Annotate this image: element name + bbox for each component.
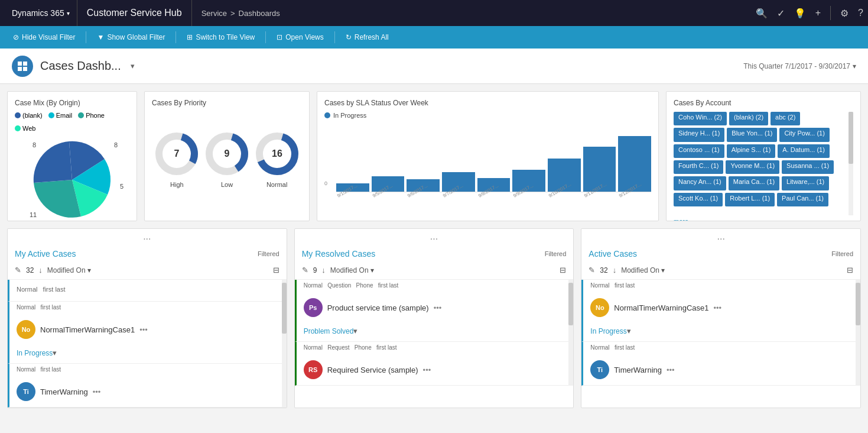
resolved-scrollbar[interactable] [568, 280, 573, 386]
tag-blue[interactable]: Blue Yon... (1) [727, 128, 777, 141]
list-item-2[interactable]: Normal first last Ti TimerWarning ••• [8, 364, 287, 408]
my-resolved-cases-toolbar: ✎ 9 ↓ Modified On ▾ ⊟ [295, 263, 574, 280]
svg-rect-1 [23, 62, 27, 66]
tag-abc[interactable]: abc (2) [771, 112, 800, 125]
active-menu-icon[interactable]: ⊟ [847, 266, 853, 274]
donut-normal: 16 Normal [253, 130, 301, 188]
help-icon[interactable]: ? [858, 8, 863, 18]
refresh-all-button[interactable]: ↻ Refresh All [340, 31, 395, 44]
account-scrollbar[interactable] [849, 112, 853, 215]
resolved-2-details: Required Service (sample) [327, 366, 418, 374]
tag-susanna[interactable]: Susanna ... (1) [782, 160, 834, 174]
resolved-1-more-icon[interactable]: ••• [434, 303, 442, 312]
active-2-more-icon[interactable]: ••• [667, 366, 675, 374]
tag-blank[interactable]: (blank) (2) [729, 112, 768, 125]
item-1-status-row: In Progress ▾ [17, 348, 57, 357]
my-active-menu-icon[interactable]: ⊟ [273, 266, 279, 274]
resolved-2-more-icon[interactable]: ••• [423, 366, 431, 374]
tag-maria[interactable]: Maria Ca... (1) [729, 176, 779, 190]
resolved-item-1[interactable]: Normal Question Phone first last Ps Prod… [295, 280, 574, 342]
active-scrollbar-thumb [856, 283, 860, 325]
pie-label-11: 11 [30, 211, 37, 218]
dynamics-brand[interactable]: Dynamics 365 ▾ [5, 0, 77, 26]
tag-sidney[interactable]: Sidney H... (1) [674, 128, 724, 141]
tag-contoso[interactable]: Contoso ... (1) [674, 144, 724, 158]
donut-low-label: Low [221, 181, 233, 188]
pencil-icon-3: ✎ [589, 266, 595, 274]
toolbar-separator-3 [265, 31, 266, 43]
list-scrollbar[interactable] [282, 280, 287, 408]
bottom-row: ... My Active Cases Filtered ✎ 32 ↓ Modi… [7, 228, 861, 408]
settings-icon[interactable]: ⚙ [840, 8, 849, 19]
brand-label: Dynamics 365 [12, 8, 64, 18]
my-resolved-sort-btn[interactable]: Modified On ▾ [330, 266, 374, 274]
tag-litware[interactable]: Litware,... (1) [782, 176, 829, 190]
case-mix-chart: Case Mix (By Origin) (blank) Email Phone… [7, 91, 137, 221]
resolved-item-2[interactable]: Normal Request Phone first last RS Requi… [295, 342, 574, 386]
my-resolved-cases-header: My Resolved Cases Filtered [295, 244, 574, 263]
donut-normal-svg: 16 [253, 130, 301, 177]
list-item-1[interactable]: Normal first last No NormalTimerWarningC… [8, 302, 287, 364]
tag-yvonne[interactable]: Yvonne M... (1) [726, 160, 779, 174]
resolved-1-meta: Normal Question Phone first last [304, 282, 399, 289]
cases-sla-title: Cases by SLA Status Over Week [324, 99, 651, 107]
cases-account-title: Cases By Account [674, 99, 853, 107]
date-range[interactable]: This Quarter 7/1/2017 - 9/30/2017 ▾ [743, 62, 856, 70]
tag-city[interactable]: City Pow... (1) [779, 128, 829, 141]
search-icon[interactable]: 🔍 [756, 8, 768, 19]
active-sort-btn[interactable]: Modified On ▾ [621, 266, 665, 274]
active-1-more-icon[interactable]: ••• [713, 303, 721, 312]
tag-paul[interactable]: Paul Can... (1) [777, 193, 828, 206]
brand-arrow: ▾ [67, 10, 70, 17]
legend-email-dot [48, 112, 54, 118]
legend-web-dot [15, 125, 21, 131]
item-1-more-icon[interactable]: ••• [139, 325, 148, 334]
sort-down-icon: ↓ [38, 266, 43, 274]
y-axis: 0 [324, 122, 336, 199]
x-axis-labels: 9/1/2017... 9/5/2017... 9/6/2017... 9/7/… [336, 192, 651, 199]
tag-robert[interactable]: Robert L... (1) [725, 193, 775, 206]
active-scrollbar[interactable] [856, 280, 860, 386]
active-item-1[interactable]: Normal first last No NormalTimerWarningC… [581, 280, 860, 342]
tag-nancy[interactable]: Nancy An... (1) [674, 176, 726, 190]
tag-scott[interactable]: Scott Ko... (1) [674, 193, 723, 206]
resolved-1-status: Problem Solved [304, 327, 354, 335]
switch-to-tile-button[interactable]: ⊞ Switch to Tile View [181, 31, 261, 44]
more-link[interactable]: more [674, 218, 853, 221]
active-count: 32 [600, 266, 607, 274]
sort-down-icon-3: ↓ [613, 266, 617, 274]
my-active-cases-more[interactable]: ... [8, 229, 287, 244]
tag-datum[interactable]: A. Datum... (1) [778, 144, 830, 158]
my-resolved-cases-items: Normal Question Phone first last Ps Prod… [295, 280, 574, 386]
donut-row: 7 High 9 Low [152, 112, 302, 206]
active-cases-more[interactable]: ... [581, 229, 860, 244]
hide-visual-filter-button[interactable]: ⊘ Hide Visual Filter [7, 31, 81, 44]
item-1-content: No NormalTimerWarningCase1 ••• [17, 320, 148, 339]
lightbulb-icon[interactable]: 💡 [794, 8, 806, 19]
open-views-button[interactable]: ⊡ Open Views [271, 31, 329, 44]
active-1-name: NormalTimerWarningCase1 [614, 303, 708, 312]
my-resolved-cases-more[interactable]: ... [295, 229, 574, 244]
resolved-1-chevron[interactable]: ▾ [353, 327, 357, 335]
tag-coho[interactable]: Coho Win... (2) [674, 112, 727, 125]
my-resolved-menu-icon[interactable]: ⊟ [560, 266, 566, 274]
my-active-cases-title: My Active Cases [15, 249, 76, 258]
item-2-avatar: Ti [17, 382, 35, 401]
app-name: Customer Service Hub [77, 0, 192, 26]
active-item-2[interactable]: Normal first last Ti TimerWarning ••• [581, 342, 860, 386]
check-icon[interactable]: ✓ [777, 8, 785, 19]
tag-fourth[interactable]: Fourth C... (1) [674, 160, 723, 174]
add-icon[interactable]: + [815, 8, 821, 18]
pie-label-8-right: 8 [114, 141, 118, 148]
tag-alpine[interactable]: Alpine S... (1) [727, 144, 776, 158]
item-1-chevron[interactable]: ▾ [53, 348, 57, 357]
active-1-meta: Normal first last [590, 282, 635, 289]
show-global-filter-button[interactable]: ▼ Show Global Filter [91, 31, 171, 44]
toolbar-separator-2 [175, 31, 176, 43]
item-2-more-icon[interactable]: ••• [93, 387, 101, 396]
my-active-sort-btn[interactable]: Modified On ▾ [47, 266, 91, 274]
active-1-chevron[interactable]: ▾ [627, 327, 631, 335]
active-2-avatar: Ti [590, 360, 609, 379]
cases-sla-chart: Cases by SLA Status Over Week In Progres… [317, 91, 659, 221]
page-title-dropdown[interactable]: ▾ [131, 62, 135, 70]
